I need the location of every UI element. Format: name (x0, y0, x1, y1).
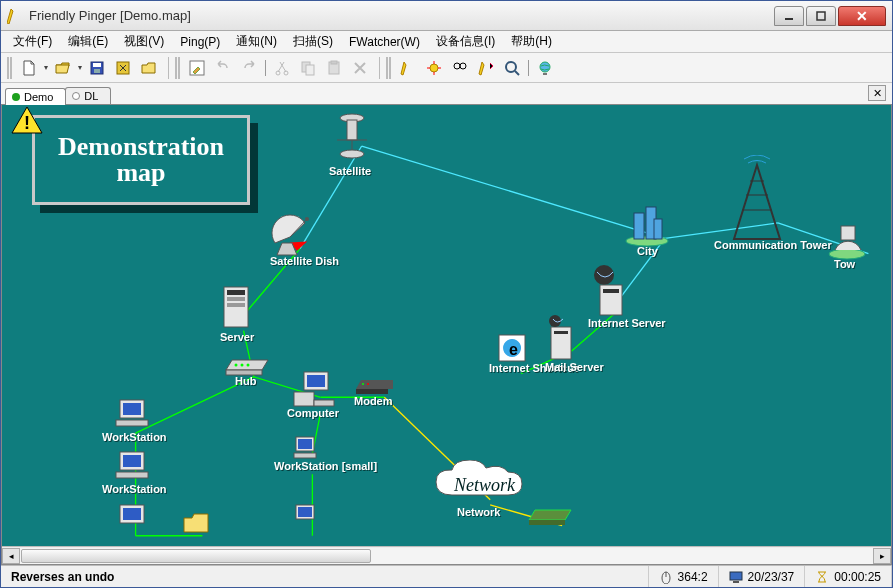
node-label: WorkStation (102, 431, 167, 443)
svg-point-80 (594, 265, 614, 285)
delete-button[interactable] (348, 56, 372, 80)
edit-mode-button[interactable] (185, 56, 209, 80)
scroll-left-button[interactable]: ◂ (2, 548, 20, 564)
node-label: Tow (834, 258, 855, 270)
toolbar: ▾ ▾ (1, 53, 892, 83)
computer-icon[interactable] (292, 370, 336, 410)
scroll-thumb[interactable] (21, 549, 371, 563)
svg-rect-63 (116, 420, 148, 426)
internet-server-icon[interactable] (592, 265, 626, 317)
svg-rect-91 (730, 572, 742, 580)
workstation-small-icon[interactable] (292, 435, 318, 461)
city-icon[interactable] (624, 203, 670, 247)
alarm-button[interactable] (422, 56, 446, 80)
minimize-button[interactable] (774, 6, 804, 26)
tab-close-button[interactable]: ✕ (868, 85, 886, 101)
canvas-area: ! Demonstrationmap Satellite Satellite D… (1, 105, 892, 565)
tab-demo[interactable]: Demo (5, 88, 66, 105)
save-button[interactable] (85, 56, 109, 80)
scroll-track[interactable] (20, 548, 873, 564)
svg-rect-1 (817, 12, 825, 20)
globe-button[interactable] (533, 56, 557, 80)
cut-button[interactable] (270, 56, 294, 80)
open-dropdown[interactable]: ▾ (76, 63, 84, 72)
menu-notify[interactable]: 通知(N) (228, 31, 285, 52)
menu-scan[interactable]: 扫描(S) (285, 31, 341, 52)
menu-help[interactable]: 帮助(H) (503, 31, 560, 52)
svg-rect-4 (94, 69, 100, 73)
node-label: Satellite Dish (270, 255, 320, 267)
new-file-button[interactable] (17, 56, 41, 80)
status-value: 00:00:25 (834, 570, 881, 584)
svg-point-60 (367, 383, 369, 385)
svg-line-20 (362, 146, 665, 238)
mail-server-icon[interactable] (547, 315, 575, 361)
app-window: Friendly Pinger [Demo.map] ✕ 文件(F) 编辑(E)… (0, 0, 893, 588)
node-label: Modem (354, 395, 393, 407)
svg-point-43 (340, 150, 364, 158)
undo-button[interactable] (211, 56, 235, 80)
close-map-button[interactable] (137, 56, 161, 80)
redo-button[interactable] (237, 56, 261, 80)
internet-shortcut-icon[interactable]: e (497, 333, 527, 363)
comm-tower-icon[interactable] (722, 155, 792, 243)
scan-button[interactable] (500, 56, 524, 80)
menu-view[interactable]: 视图(V) (116, 31, 172, 52)
warning-icon: ! (11, 106, 43, 137)
menu-edit[interactable]: 编辑(E) (60, 31, 116, 52)
menu-fwatcher[interactable]: FWatcher(W) (341, 33, 428, 51)
menu-file[interactable]: 文件(F) (5, 31, 60, 52)
maximize-button[interactable] (806, 6, 836, 26)
toolbar-grip-2[interactable] (175, 57, 180, 79)
svg-rect-10 (306, 65, 314, 75)
server-icon[interactable] (220, 285, 254, 331)
node-label: WorkStation (102, 483, 167, 495)
tab-dl[interactable]: DL (65, 87, 111, 104)
status-time: 00:00:25 (805, 566, 892, 587)
svg-rect-55 (307, 375, 325, 387)
svg-rect-12 (331, 61, 337, 64)
folder-node-icon[interactable] (182, 510, 210, 534)
tower-partial-icon[interactable] (827, 220, 867, 260)
svg-point-52 (241, 364, 244, 367)
workstation2-icon[interactable] (114, 450, 150, 484)
node-label: Mail Server (545, 361, 585, 373)
svg-rect-57 (314, 400, 334, 406)
window-title: Friendly Pinger [Demo.map] (29, 8, 774, 23)
satellite-icon[interactable] (332, 110, 372, 165)
copy-button[interactable] (296, 56, 320, 80)
horizontal-scrollbar[interactable]: ◂ ▸ (2, 546, 891, 564)
close-button[interactable]: ✕ (838, 6, 886, 26)
open-file-button[interactable] (51, 56, 75, 80)
network-map[interactable]: ! Demonstrationmap Satellite Satellite D… (2, 105, 891, 546)
toolbar-grip[interactable] (7, 57, 12, 79)
save-all-button[interactable] (111, 56, 135, 80)
svg-rect-49 (227, 303, 245, 307)
svg-point-53 (247, 364, 250, 367)
workstation-bottom-icon[interactable] (292, 503, 318, 533)
hub-icon[interactable] (224, 358, 270, 376)
titlebar: Friendly Pinger [Demo.map] ✕ (1, 1, 892, 31)
paste-button[interactable] (322, 56, 346, 80)
svg-rect-92 (733, 581, 739, 583)
workstation1-icon[interactable] (114, 398, 150, 432)
modem-icon[interactable] (354, 377, 394, 397)
toolbar-grip-3[interactable] (386, 57, 391, 79)
network-cloud-text: Network (454, 475, 515, 496)
satellite-dish-icon[interactable] (267, 213, 313, 257)
svg-point-16 (506, 62, 516, 72)
status-dot-icon (72, 92, 80, 100)
menu-ping[interactable]: Ping(P) (172, 33, 228, 51)
svg-rect-0 (785, 18, 793, 20)
workstation3-icon[interactable] (114, 503, 150, 533)
ping-button[interactable] (396, 56, 420, 80)
tab-label: DL (84, 90, 98, 102)
trace-button[interactable] (474, 56, 498, 80)
svg-point-14 (454, 63, 460, 69)
new-dropdown[interactable]: ▾ (42, 63, 50, 72)
svg-point-17 (540, 62, 550, 72)
switch-icon[interactable] (527, 508, 573, 526)
scroll-right-button[interactable]: ▸ (873, 548, 891, 564)
find-button[interactable] (448, 56, 472, 80)
menu-device-info[interactable]: 设备信息(I) (428, 31, 503, 52)
